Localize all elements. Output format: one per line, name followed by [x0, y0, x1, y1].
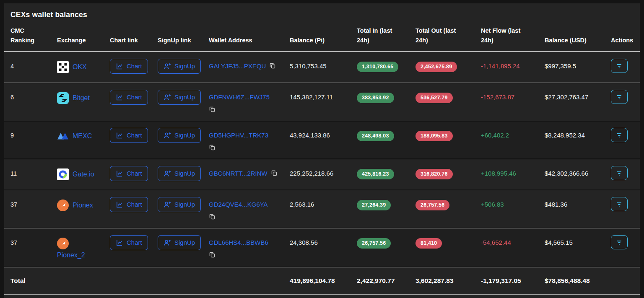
chart-button[interactable]: Chart — [110, 235, 148, 250]
signup-button[interactable]: SignUp — [158, 235, 201, 250]
line-chart-icon — [116, 93, 123, 101]
column-header-balance-pi: Balance (Pi) — [288, 21, 355, 52]
chart-button[interactable]: Chart — [110, 128, 148, 143]
exchange-link-gateio[interactable]: Gate.io — [57, 168, 94, 180]
signup-button[interactable]: SignUp — [158, 128, 201, 143]
total-out-badge: 81,410 — [415, 238, 442, 249]
filter-action-button[interactable] — [611, 59, 628, 73]
person-plus-icon — [164, 170, 171, 177]
balance-pi-value: 2,563.16 — [288, 190, 355, 228]
balance-pi-value: 5,310,753.45 — [288, 52, 355, 83]
cmc-ranking-value: 37 — [4, 190, 55, 228]
cmc-ranking-value: 37 — [4, 228, 55, 267]
total-out-badge: 188,095.83 — [415, 131, 453, 141]
line-chart-icon — [116, 62, 123, 70]
column-header-total-in: Total In (last 24h) — [355, 21, 413, 52]
filter-action-button[interactable] — [611, 197, 628, 211]
table-row: 11 Gate.io Chart SignUp GBC6NRTT...2RINW… — [4, 159, 640, 190]
filter-action-button[interactable] — [611, 166, 628, 180]
column-header-actions: Actions — [609, 21, 640, 52]
total-in-sum: 2,422,970.77 — [355, 267, 413, 294]
filter-action-button[interactable] — [611, 235, 628, 249]
wallet-address-cell: GD24QVE4...KG6YA — [207, 190, 288, 228]
balance-usd-value: $8,248,952.34 — [543, 121, 609, 159]
person-plus-icon — [164, 132, 171, 139]
line-chart-icon — [116, 170, 123, 177]
person-plus-icon — [164, 62, 171, 70]
balance-usd-value: $997,359.5 — [543, 52, 609, 83]
balance-usd-value: $42,302,366.66 — [543, 159, 609, 190]
filter-action-button[interactable] — [611, 90, 628, 104]
wallet-address-cell: GALYJFJ5...PXEQU — [207, 52, 288, 83]
exchange-name: Bitget — [73, 93, 90, 103]
wallet-address-link[interactable]: GDFNWH6Z...FWJ75 — [209, 93, 270, 101]
total-net-flow: -1,179,317.05 — [479, 267, 543, 294]
copy-address-button[interactable] — [271, 170, 278, 178]
chart-button[interactable]: Chart — [110, 197, 148, 212]
person-plus-icon — [164, 93, 171, 101]
filter-action-button[interactable] — [611, 128, 628, 142]
copy-address-button[interactable] — [209, 106, 216, 114]
wallet-address-link[interactable]: GALYJFJ5...PXEQU — [209, 62, 266, 70]
mexc-logo-icon — [57, 130, 69, 142]
signup-button[interactable]: SignUp — [158, 59, 201, 74]
line-chart-icon — [116, 239, 123, 246]
net-flow-value: +108,995.46 — [479, 159, 543, 190]
table-row: 37 Pionex Chart SignUp GD24QVE4...KG6YA … — [4, 190, 640, 228]
copy-address-button[interactable] — [269, 62, 276, 70]
copy-icon — [209, 106, 216, 113]
signup-button[interactable]: SignUp — [158, 166, 201, 181]
chart-button[interactable]: Chart — [110, 90, 148, 105]
wallet-address-link[interactable]: GD24QVE4...KG6YA — [209, 201, 268, 208]
copy-address-button[interactable] — [209, 251, 216, 259]
pionex-logo-icon — [57, 238, 69, 249]
table-row: 37 Pionex_2 Chart SignUp GDL66HS4...BBWB… — [4, 228, 640, 267]
net-flow-value: -54,652.44 — [479, 228, 543, 267]
wallet-address-link[interactable]: GDL66HS4...BBWB6 — [209, 239, 268, 246]
wallet-address-cell: GD5HGPHV...TRK73 — [207, 121, 288, 159]
balance-pi-value: 145,382,127.11 — [288, 83, 355, 121]
cmc-ranking-value: 11 — [4, 159, 55, 190]
net-flow-value: +506.83 — [479, 190, 543, 228]
total-label: Total — [4, 267, 55, 294]
total-balance-usd: $78,856,488.48 — [543, 267, 609, 294]
total-out-badge: 316,820.76 — [415, 169, 453, 179]
exchange-link-bitget[interactable]: Bitget — [57, 92, 90, 104]
total-in-badge: 425,816.23 — [357, 169, 394, 179]
chart-button[interactable]: Chart — [110, 59, 148, 74]
chart-button[interactable]: Chart — [110, 166, 148, 181]
copy-icon — [209, 213, 216, 220]
signup-button[interactable]: SignUp — [158, 197, 201, 212]
total-in-badge: 1,310,780.65 — [357, 62, 398, 72]
cex-balances-card: CEXs wallet balances CMC Ranking Exchang… — [4, 3, 640, 298]
exchange-link-mexc[interactable]: MEXC — [57, 130, 92, 142]
copy-address-button[interactable] — [209, 213, 216, 221]
person-plus-icon — [164, 201, 171, 208]
column-header-cmc-ranking: CMC Ranking — [4, 21, 55, 52]
exchange-link-pionex[interactable]: Pionex — [57, 200, 93, 211]
filter-icon — [615, 200, 623, 208]
total-in-badge: 383,853.92 — [357, 93, 394, 103]
line-chart-icon — [116, 201, 123, 208]
exchange-name: Pionex_2 — [57, 250, 85, 260]
exchange-link-okx[interactable]: OKX — [57, 61, 87, 73]
exchange-name: OKX — [73, 62, 87, 72]
balance-pi-value: 43,924,133.86 — [288, 121, 355, 159]
wallet-address-link[interactable]: GBC6NRTT...2RINW — [209, 170, 267, 177]
column-header-balance-usd: Balance (USD) — [543, 21, 609, 52]
column-header-net-flow: Net Flow (last 24h) — [479, 21, 543, 52]
signup-button[interactable]: SignUp — [158, 90, 201, 105]
exchange-name: Pionex — [73, 200, 93, 210]
table-row: 6 Bitget Chart SignUp GDFNWH6Z...FWJ75 1… — [4, 83, 640, 121]
wallet-address-link[interactable]: GD5HGPHV...TRK73 — [209, 132, 268, 139]
pionex-logo-icon — [57, 200, 69, 211]
balance-pi-value: 225,252,218.66 — [288, 159, 355, 190]
filter-icon — [615, 93, 623, 101]
column-header-wallet-address: Wallet Address — [207, 21, 288, 52]
exchange-link-pionex-2[interactable]: Pionex_2 — [57, 238, 82, 260]
bitget-logo-icon — [57, 92, 69, 104]
copy-icon — [271, 170, 278, 176]
copy-address-button[interactable] — [209, 144, 216, 152]
okx-logo-icon — [57, 61, 69, 73]
table-row: 9 MEXC Chart SignUp GD5HGPHV...TRK73 43,… — [4, 121, 640, 159]
